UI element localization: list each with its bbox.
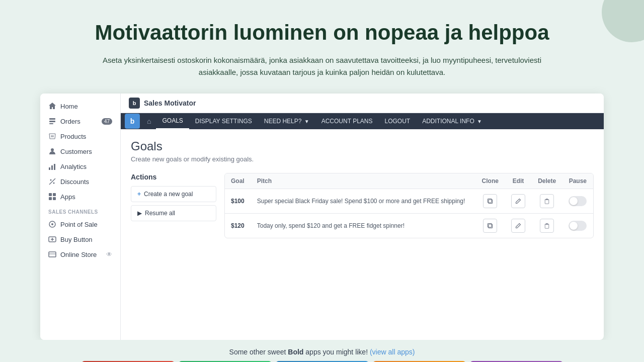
promo-section: Some other sweet Bold apps you might lik…	[0, 340, 644, 362]
app-container: Home Orders 47 Products Customers	[40, 94, 604, 340]
sidebar: Home Orders 47 Products Customers	[40, 94, 121, 340]
actions-panel: Actions + Create a new goal ▶ Resume all	[131, 173, 216, 238]
clone-btn-2-cell	[475, 214, 505, 238]
delete-btn-1-cell	[532, 189, 562, 214]
hero-title: Motivaattorin luominen on nopeaa ja help…	[40, 20, 604, 45]
goals-table-container: Goal Pitch Clone Edit Delete Pause $100	[224, 173, 594, 238]
orders-icon	[48, 117, 56, 125]
edit-button-1[interactable]	[511, 194, 525, 208]
goals-table: Goal Pitch Clone Edit Delete Pause $100	[225, 173, 593, 238]
create-new-goal-button[interactable]: + Create a new goal	[131, 186, 216, 202]
svg-point-7	[50, 179, 52, 181]
edit-button-2[interactable]	[511, 219, 525, 233]
edit-btn-1-cell	[505, 189, 532, 214]
svg-rect-6	[54, 164, 55, 170]
play-icon: ▶	[137, 210, 142, 217]
svg-rect-4	[49, 167, 50, 170]
hero-section: Motivaattorin luominen on nopeaa ja help…	[0, 0, 644, 94]
sidebar-item-products[interactable]: Products	[40, 129, 120, 144]
actions-title: Actions	[131, 173, 216, 181]
svg-rect-10	[53, 193, 56, 196]
sidebar-item-pos[interactable]: Point of Sale	[40, 217, 120, 232]
products-icon	[48, 132, 56, 140]
hero-description: Aseta yksinkertaisesti ostoskorin kokona…	[96, 54, 548, 78]
svg-point-14	[51, 223, 53, 225]
nav-item-display-settings[interactable]: DISPLAY SETTINGS	[189, 114, 258, 129]
plus-icon: +	[137, 191, 141, 198]
delete-btn-2-cell	[532, 214, 562, 238]
eye-icon: 👁	[106, 251, 112, 258]
circle-decoration	[602, 0, 644, 42]
table-row: $100 Super special Black Friday sale! Sp…	[225, 189, 593, 214]
need-help-chevron: ▼	[304, 119, 309, 124]
nav-item-logout[interactable]: LOGOUT	[379, 114, 417, 129]
app-header: b Sales Motivator	[121, 94, 604, 113]
svg-rect-2	[49, 123, 53, 124]
edit-btn-2-cell	[505, 214, 532, 238]
page-content: Goals Create new goals or modify existin…	[121, 129, 604, 340]
goal-amount-1: $100	[225, 189, 251, 214]
col-header-goal: Goal	[225, 173, 251, 189]
app-title: Sales Motivator	[144, 99, 196, 107]
main-content: b Sales Motivator b ⌂ GOALS DISPLAY SETT…	[121, 94, 604, 340]
svg-rect-11	[49, 197, 52, 200]
svg-rect-1	[49, 121, 55, 122]
app-logo-icon: b	[129, 98, 140, 109]
svg-point-8	[53, 183, 55, 184]
sidebar-item-discounts[interactable]: Discounts	[40, 174, 120, 189]
pause-toggle-1[interactable]	[569, 196, 587, 206]
svg-rect-12	[53, 197, 56, 200]
delete-button-2[interactable]	[540, 219, 554, 233]
nav-item-goals[interactable]: GOALS	[156, 113, 189, 129]
clone-btn-1-cell	[475, 189, 505, 214]
col-header-delete: Delete	[532, 173, 562, 189]
col-header-pitch: Pitch	[251, 173, 475, 189]
table-row: $120 Today only, spend $120 and get a FR…	[225, 214, 593, 238]
nav-item-account-plans[interactable]: ACCOUNT PLANS	[315, 114, 379, 129]
svg-point-3	[51, 148, 54, 151]
pause-toggle-2[interactable]	[569, 221, 587, 231]
table-header-row: Goal Pitch Clone Edit Delete Pause	[225, 173, 593, 189]
orders-badge: 47	[102, 118, 112, 125]
col-header-edit: Edit	[505, 173, 532, 189]
col-header-pause: Pause	[562, 173, 593, 189]
clone-button-2[interactable]	[483, 219, 497, 233]
sales-channels-label: SALES CHANNELS	[40, 204, 120, 217]
buy-button-icon	[48, 235, 56, 243]
nav-item-need-help[interactable]: NEED HELP? ▼	[258, 114, 315, 129]
home-icon	[48, 102, 56, 110]
svg-rect-9	[49, 193, 52, 196]
svg-rect-0	[49, 118, 55, 120]
nav-logo[interactable]: b	[125, 114, 140, 129]
apps-icon	[48, 193, 56, 201]
pitch-2: Today only, spend $120 and get a FREE fi…	[251, 214, 475, 238]
page-subtitle: Create new goals or modify existing goal…	[131, 155, 594, 163]
nav-bar: b ⌂ GOALS DISPLAY SETTINGS NEED HELP? ▼ …	[121, 113, 604, 129]
page-title: Goals	[131, 139, 594, 153]
pos-icon	[48, 220, 56, 228]
pitch-1: Super special Black Friday sale! Spend $…	[251, 189, 475, 214]
sidebar-item-buy-button[interactable]: Buy Button	[40, 232, 120, 247]
additional-info-chevron: ▼	[477, 119, 482, 124]
sidebar-item-analytics[interactable]: Analytics	[40, 159, 120, 174]
col-header-clone: Clone	[475, 173, 505, 189]
app-logo: b Sales Motivator	[129, 98, 196, 109]
customers-icon	[48, 147, 56, 155]
goal-amount-2: $120	[225, 214, 251, 238]
nav-home-icon[interactable]: ⌂	[142, 113, 156, 129]
resume-all-button[interactable]: ▶ Resume all	[131, 205, 216, 221]
goals-layout: Actions + Create a new goal ▶ Resume all	[131, 173, 594, 238]
clone-button-1[interactable]	[483, 194, 497, 208]
pause-toggle-1-cell	[562, 189, 593, 214]
discounts-icon	[48, 177, 56, 186]
sidebar-item-orders[interactable]: Orders 47	[40, 114, 120, 129]
svg-rect-5	[51, 165, 53, 170]
delete-button-1[interactable]	[540, 194, 554, 208]
sidebar-item-online-store[interactable]: Online Store 👁	[40, 247, 120, 262]
view-all-apps-link[interactable]: (view all apps)	[370, 348, 415, 356]
sidebar-item-customers[interactable]: Customers	[40, 144, 120, 159]
sidebar-item-apps[interactable]: Apps	[40, 189, 120, 204]
svg-rect-16	[49, 252, 56, 257]
sidebar-item-home[interactable]: Home	[40, 99, 120, 114]
nav-item-additional-info[interactable]: ADDITIONAL INFO ▼	[416, 114, 488, 129]
